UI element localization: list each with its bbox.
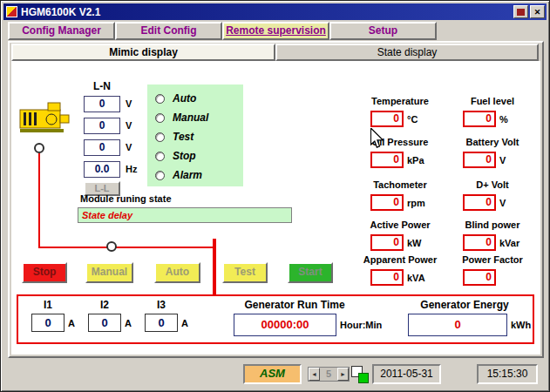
wire-segment-trunk	[213, 239, 216, 296]
readout-value: 0	[370, 269, 404, 286]
voltage-l2-box: 0	[84, 118, 120, 134]
run-state-manual[interactable]: Manual	[155, 108, 243, 127]
start-button[interactable]: Start	[288, 262, 333, 283]
main-panel: Mimic display State display L-N 0	[8, 41, 544, 358]
generator-icon	[18, 96, 72, 139]
current-value: 0	[145, 314, 178, 332]
run-state-auto[interactable]: Auto	[155, 89, 243, 108]
address-spinner[interactable]: ◄ 5 ►	[308, 367, 350, 382]
phase-current-i2: I2 0A	[88, 299, 132, 332]
radio-icon	[155, 171, 165, 180]
wire-segment-horizontal	[38, 247, 214, 248]
module-state-field: State delay	[78, 207, 292, 223]
current-energy-panel: I1 0A I2 0A I3 0A Generator Run Time 000…	[17, 294, 534, 344]
readout-battery-volt: Battery Volt 0V	[445, 137, 540, 168]
module-state-label: Module runing state	[80, 193, 172, 204]
minimize-button[interactable]	[513, 5, 528, 18]
tab-setup[interactable]: Setup	[329, 22, 437, 40]
tab-edit-config[interactable]: Edit Config	[115, 22, 222, 40]
readout-fuel-level: Fuel level 0%	[445, 96, 540, 127]
voltage-header: L-N	[82, 80, 122, 92]
readout-temperature: Temperature 0°C	[352, 96, 448, 127]
test-button[interactable]: Test	[222, 262, 268, 283]
manual-button[interactable]: Manual	[85, 262, 133, 283]
status-bar: ASM ◄ 5 ► 2011-05-31 15:15:30	[3, 360, 548, 390]
spinner-value: 5	[320, 368, 337, 381]
readout-oil-pressure: Oil Pressure 0kPa	[352, 137, 448, 168]
generator-energy: Generator Energy 0kWh	[408, 299, 531, 336]
readout-power-factor: Power Factor 0	[445, 254, 540, 286]
cursor-icon	[370, 128, 384, 149]
run-state-stop[interactable]: Stop	[155, 146, 243, 166]
title-bar: HGM6100K V2.1 ✕	[3, 3, 547, 20]
voltage-l2-unit: V	[126, 120, 132, 131]
readout-value: 0	[463, 111, 496, 127]
mimic-display-page: L-N 0 V 0 V 0 V 0.0 Hz L-L Auto Manual	[11, 61, 540, 355]
time-display: 15:15:30	[477, 364, 538, 384]
readout-value: 0	[370, 152, 404, 168]
comm-status-icon	[351, 365, 370, 384]
current-value: 0	[31, 314, 65, 332]
spinner-right-icon[interactable]: ►	[337, 368, 349, 381]
asm-indicator: ASM	[243, 364, 302, 384]
energy-value: 0	[408, 314, 507, 336]
close-button[interactable]: ✕	[530, 5, 545, 18]
readout-d-plus-volt: D+ Volt 0V	[445, 179, 540, 211]
voltage-l1-unit: V	[126, 98, 132, 109]
readout-value: 0	[463, 269, 496, 286]
current-value: 0	[88, 314, 121, 332]
tab-remote-supervision[interactable]: Remote supervision	[222, 22, 329, 40]
readout-value: 0	[463, 234, 496, 251]
subtab-mimic-display[interactable]: Mimic display	[11, 44, 275, 61]
readout-value: 0	[370, 194, 404, 211]
radio-icon	[155, 94, 165, 104]
readout-value: 0	[463, 194, 496, 211]
breaker-node	[106, 241, 117, 252]
run-state-test[interactable]: Test	[155, 127, 243, 146]
run-state-panel: Auto Manual Test Stop Alarm	[147, 84, 243, 186]
window-title: HGM6100K V2.1	[21, 6, 512, 18]
frequency-unit: Hz	[126, 164, 137, 174]
phase-current-i1: I1 0A	[31, 299, 75, 332]
phase-current-i3: I3 0A	[145, 299, 188, 332]
radio-icon	[155, 113, 165, 123]
frequency-box: 0.0	[84, 161, 120, 178]
auto-button[interactable]: Auto	[154, 262, 200, 283]
spinner-left-icon[interactable]: ◄	[309, 368, 320, 381]
date-display: 2011-05-31	[372, 364, 441, 384]
tab-config-manager[interactable]: Config Manager	[8, 22, 115, 40]
close-icon: ✕	[534, 8, 541, 17]
stop-button[interactable]: Stop	[22, 262, 67, 283]
readout-value: 0	[463, 152, 496, 168]
app-icon	[6, 6, 17, 17]
app-window: HGM6100K V2.1 ✕ Config Manager Edit Conf…	[0, 0, 550, 392]
wire-segment-vertical	[38, 153, 40, 247]
readout-apparent-power: Apparent Power 0kVA	[352, 254, 448, 286]
run-time-value: 00000:00	[234, 314, 336, 336]
radio-icon	[155, 152, 165, 161]
radio-icon	[155, 132, 165, 142]
subtab-state-display[interactable]: State display	[275, 44, 539, 61]
readout-value: 0	[370, 234, 404, 251]
wire-node	[34, 143, 44, 153]
readout-tachometer: Tachometer 0rpm	[352, 179, 448, 211]
readout-blind-power: Blind power 0kVar	[445, 220, 540, 251]
voltage-l3-box: 0	[84, 139, 120, 156]
run-state-alarm[interactable]: Alarm	[155, 166, 243, 185]
voltage-l1-box: 0	[84, 96, 120, 112]
generator-run-time: Generator Run Time 00000:00Hour:Min	[234, 299, 382, 336]
readout-value: 0	[370, 111, 404, 127]
voltage-l3-unit: V	[126, 142, 132, 152]
minimize-icon	[517, 9, 525, 16]
readout-active-power: Active Power 0kW	[352, 220, 448, 251]
